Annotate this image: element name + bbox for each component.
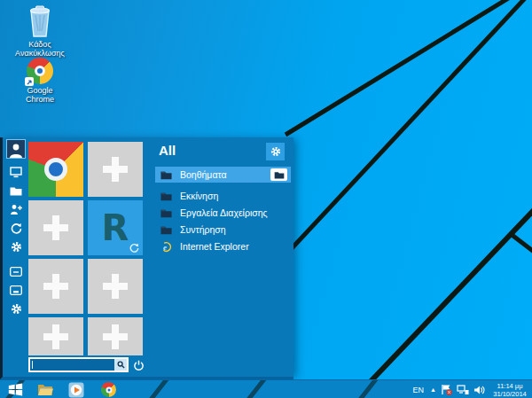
language-indicator[interactable]: EN (411, 386, 426, 394)
tray-time: 11:14 μμ (497, 382, 523, 390)
app-row-accessories[interactable]: Βοηθήματα (155, 167, 291, 183)
chrome-desktop-icon[interactable]: Google Chrome (2, 58, 78, 104)
shortcut-arrow-icon (25, 77, 34, 86)
tray-date: 31/10/2014 (493, 390, 527, 398)
wallpaper-beam-stub (148, 379, 169, 398)
tile-reviver[interactable]: R (88, 200, 143, 255)
app-row-maintenance[interactable]: Συντήρηση (155, 222, 291, 238)
settings-gear-icon[interactable] (9, 301, 23, 316)
app-label: Βοηθήματα (180, 169, 227, 180)
file-explorer-icon[interactable] (36, 381, 53, 398)
tile-add-6[interactable] (88, 317, 143, 355)
wallpaper-beam-stub (357, 379, 379, 398)
tile-add-3[interactable] (28, 259, 83, 314)
plus-icon (43, 274, 68, 299)
plus-icon (103, 157, 128, 182)
clock[interactable]: 11:14 μμ 31/10/2014 (489, 382, 530, 398)
user-avatar[interactable] (6, 139, 26, 159)
show-hidden-icons-chevron[interactable]: ▲ (430, 386, 436, 393)
app-window-icon[interactable] (9, 264, 23, 278)
tile-add-4[interactable] (88, 259, 143, 314)
tile-chrome[interactable] (28, 142, 83, 197)
tile-add-1[interactable] (88, 142, 143, 197)
app-label: Εκκίνηση (180, 191, 218, 201)
plus-icon (43, 324, 68, 349)
chrome-tile-core (44, 158, 67, 181)
app-row-internet-explorer[interactable]: e Internet Explorer (155, 238, 291, 254)
chrome-logo (27, 58, 53, 84)
plus-icon (103, 274, 128, 299)
chrome-taskbar-icon[interactable] (100, 381, 117, 398)
internet-explorer-icon: e (160, 241, 173, 253)
plus-icon (43, 215, 68, 240)
media-player-icon[interactable] (67, 381, 84, 398)
sync-refresh-icon[interactable] (9, 221, 23, 235)
app-row-startup[interactable]: Εκκίνηση (155, 188, 291, 204)
desktop: Κάδος Ανακύκλωσης Google Chrome (0, 0, 532, 398)
tile-add-2[interactable] (28, 200, 83, 255)
power-button[interactable] (131, 358, 145, 372)
folder-icon (160, 191, 173, 201)
start-button[interactable] (7, 381, 24, 398)
recycle-bin-glyph (25, 4, 55, 38)
app-label: Συντήρηση (180, 224, 226, 235)
search-input[interactable] (28, 357, 129, 372)
action-center-flag-icon[interactable] (441, 384, 452, 395)
add-user-icon[interactable] (9, 202, 23, 216)
app-label: Internet Explorer (180, 241, 249, 252)
plus-icon (103, 324, 128, 349)
documents-folder-icon[interactable] (9, 183, 23, 198)
recycle-bin-icon[interactable]: Κάδος Ανακύκλωσης (2, 4, 78, 58)
app-row-admin-tools[interactable]: Εργαλεία Διαχείρισης (155, 205, 291, 221)
tile-add-5[interactable] (28, 317, 83, 355)
swirl-icon (129, 243, 139, 253)
folder-icon (160, 225, 173, 235)
all-apps-header: All (159, 143, 176, 158)
folder-icon (160, 170, 173, 180)
taskbar: EN ▲ (0, 379, 532, 398)
network-icon[interactable] (457, 385, 469, 395)
app-window-alt-icon[interactable] (9, 283, 23, 297)
app-label: Εργαλεία Διαχείρισης (180, 207, 268, 218)
search-icon[interactable] (114, 359, 127, 371)
start-menu-panel: R All Βοηθήματα (0, 137, 293, 379)
reviver-logo: R (102, 210, 129, 246)
svg-text:e: e (163, 242, 167, 251)
recycle-bin-label: Κάδος Ανακύκλωσης (2, 40, 78, 58)
gear-sync-icon[interactable] (9, 239, 23, 254)
open-folder-button[interactable] (270, 168, 287, 181)
monitor-icon[interactable] (9, 165, 23, 179)
wallpaper-beam-stub (246, 379, 267, 398)
menu-settings-button[interactable] (266, 143, 285, 160)
text-caret (32, 361, 33, 369)
chrome-desktop-label: Google Chrome (2, 86, 78, 104)
volume-icon[interactable] (473, 385, 485, 395)
folder-icon (160, 208, 173, 218)
